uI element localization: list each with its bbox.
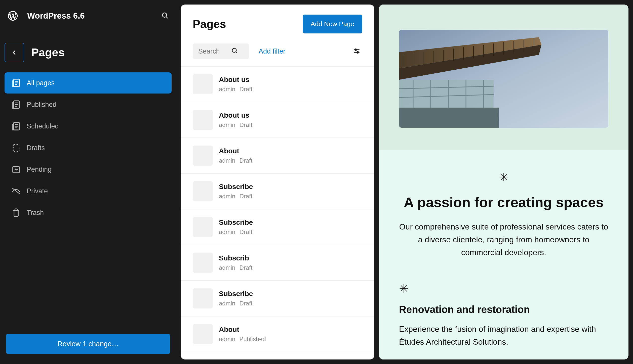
sidebar-item-label: Private [27, 187, 48, 195]
page-status: Draft [239, 121, 252, 128]
review-changes-button[interactable]: Review 1 change… [6, 334, 170, 354]
svg-rect-48 [399, 108, 499, 128]
page-info: About adminPublished [219, 326, 266, 343]
page-info: Subscribe adminDraft [219, 290, 253, 307]
asterisk-icon: ✳ [399, 170, 608, 184]
page-author: admin [219, 121, 235, 128]
page-author: admin [219, 336, 235, 343]
page-info: About adminDraft [219, 147, 252, 164]
page-thumbnail [193, 146, 213, 166]
preview-heading: A passion for creating spaces [399, 194, 608, 210]
sidebar-item-label: Pending [27, 166, 52, 173]
preview-paragraph: Experience the fusion of imagination and… [399, 323, 608, 348]
sidebar-header: Pages [0, 27, 176, 70]
sidebar-item-pending[interactable]: Pending [5, 159, 172, 180]
svg-point-0 [162, 13, 167, 17]
page-title: Subscrib [219, 254, 252, 262]
search-icon[interactable] [161, 12, 169, 20]
preview-subheading: Renovation and restoration [399, 304, 608, 315]
trash-icon [11, 208, 21, 218]
review-bar: Review 1 change… [6, 334, 170, 354]
pages-icon [11, 100, 21, 110]
page-info: About us adminDraft [219, 111, 252, 128]
svg-point-20 [355, 49, 357, 51]
sidebar-item-private[interactable]: Private [5, 180, 172, 202]
page-title: About [219, 326, 266, 334]
asterisk-icon: ✳ [399, 282, 608, 295]
page-title: About us [219, 76, 252, 84]
page-author: admin [219, 193, 235, 200]
svg-line-1 [166, 17, 168, 18]
back-button[interactable] [5, 43, 24, 62]
sidebar-item-all-pages[interactable]: All pages [5, 72, 172, 94]
list-item[interactable]: Subscrib adminDraft [181, 245, 374, 281]
list-item[interactable]: Subscribe adminDraft [181, 174, 374, 209]
sidebar-item-drafts[interactable]: Drafts [5, 137, 172, 158]
pages-title: Pages [193, 18, 226, 31]
pages-panel-header: Pages Add New Page [181, 5, 374, 43]
list-item[interactable]: About adminPublished [181, 316, 374, 352]
page-status: Draft [239, 229, 252, 236]
page-preview: ✳ A passion for creating spaces Our comp… [379, 5, 628, 359]
page-status: Draft [239, 300, 252, 307]
add-filter-link[interactable]: Add filter [259, 48, 342, 55]
site-title[interactable]: WordPress 6.6 [27, 11, 152, 21]
filter-row: Add filter [181, 43, 374, 67]
sidebar-item-scheduled[interactable]: Scheduled [5, 116, 172, 137]
page-thumbnail [193, 253, 213, 273]
private-icon [11, 186, 21, 196]
page-thumbnail [193, 288, 213, 308]
page-status: Draft [239, 193, 252, 200]
page-author: admin [219, 300, 235, 307]
page-thumbnail [193, 324, 213, 344]
drafts-icon [11, 143, 21, 153]
pages-icon [11, 78, 21, 88]
sidebar-item-trash[interactable]: Trash [5, 202, 172, 223]
page-info: About us adminDraft [219, 76, 252, 93]
sidebar-item-published[interactable]: Published [5, 94, 172, 115]
page-status: Draft [239, 157, 252, 164]
list-item[interactable]: Subscribe adminDraft [181, 281, 374, 316]
preview-lead: Our comprehensive suite of professional … [399, 220, 608, 259]
sidebar-item-label: Published [27, 101, 57, 109]
search-input[interactable] [198, 48, 231, 55]
search-box[interactable] [193, 43, 249, 59]
list-item[interactable]: About adminDraft [181, 138, 374, 174]
page-info: Subscribe adminDraft [219, 183, 253, 200]
sidebar-item-label: Scheduled [27, 122, 59, 130]
page-thumbnail [193, 110, 213, 130]
search-icon [231, 47, 239, 56]
list-item[interactable]: About us adminDraft [181, 102, 374, 138]
wordpress-logo-icon[interactable] [7, 10, 19, 22]
pages-icon [11, 121, 21, 131]
page-author: admin [219, 157, 235, 164]
sidebar-topbar: WordPress 6.6 [0, 5, 176, 27]
page-title: Subscribe [219, 290, 253, 298]
page-title: Subscribe [219, 218, 253, 226]
page-status: Published [239, 336, 266, 343]
page-thumbnail [193, 74, 213, 94]
add-new-page-button[interactable]: Add New Page [303, 15, 362, 33]
section-title: Pages [31, 46, 65, 59]
view-options-icon[interactable] [351, 46, 362, 57]
page-author: admin [219, 264, 235, 271]
page-list: About us adminDraft About us adminDraft … [181, 67, 374, 352]
list-item[interactable]: Subscribe adminDraft [181, 209, 374, 245]
list-item[interactable]: About us adminDraft [181, 67, 374, 102]
sidebar-item-label: Drafts [27, 144, 45, 152]
page-author: admin [219, 229, 235, 236]
sidebar-nav: All pages Published Scheduled Drafts [0, 70, 176, 223]
svg-line-18 [236, 52, 237, 53]
page-info: Subscrib adminDraft [219, 254, 252, 271]
page-status: Draft [239, 86, 252, 93]
pages-panel: Pages Add New Page Add filter About us a… [181, 5, 374, 359]
svg-rect-14 [13, 145, 19, 152]
page-status: Draft [239, 264, 252, 271]
page-thumbnail [193, 217, 213, 237]
preview-body: ✳ A passion for creating spaces Our comp… [379, 150, 628, 359]
sidebar-item-label: Trash [27, 209, 44, 217]
sidebar: WordPress 6.6 Pages All pages P [0, 5, 176, 359]
page-thumbnail [193, 181, 213, 201]
preview-hero [379, 5, 628, 150]
svg-point-22 [357, 52, 359, 53]
